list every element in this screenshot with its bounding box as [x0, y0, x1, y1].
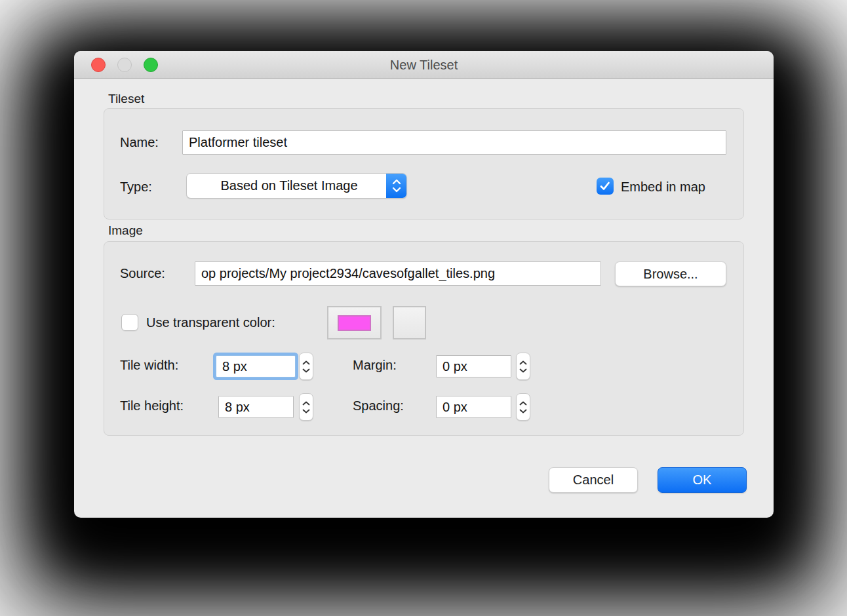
stepper-down-icon [302, 409, 310, 414]
tile-width-stepper[interactable] [299, 353, 313, 380]
close-button[interactable] [91, 58, 106, 72]
tile-height-label: Tile height: [120, 398, 184, 414]
tile-height-stepper[interactable] [299, 393, 313, 421]
stepper-up-icon [302, 360, 310, 365]
source-input[interactable] [195, 261, 601, 286]
tileset-section-label: Tileset [108, 92, 144, 106]
margin-stepper[interactable] [516, 353, 530, 380]
stepper-up-icon [519, 401, 527, 406]
screen: New Tileset Tileset Name: Type: Based on… [0, 0, 847, 616]
type-dropdown[interactable]: Based on Tileset Image [186, 173, 407, 199]
spacing-label: Spacing: [353, 398, 404, 414]
tileset-groupbox [104, 108, 744, 220]
new-tileset-dialog: New Tileset Tileset Name: Type: Based on… [74, 51, 774, 518]
tile-width-input[interactable] [216, 355, 296, 377]
stepper-down-icon [519, 409, 527, 414]
checkmark-icon [600, 182, 610, 191]
cancel-button[interactable]: Cancel [549, 467, 638, 493]
zoom-button[interactable] [144, 58, 158, 72]
source-label: Source: [120, 266, 165, 281]
titlebar[interactable]: New Tileset [74, 51, 774, 79]
embed-in-map-label: Embed in map [621, 180, 705, 195]
color-swatch [338, 315, 371, 331]
spacing-input[interactable] [436, 396, 511, 418]
name-input[interactable] [182, 130, 726, 155]
tile-width-label: Tile width: [120, 358, 178, 373]
use-transparent-color-checkbox[interactable] [121, 314, 138, 331]
type-label: Type: [120, 180, 152, 195]
traffic-lights [91, 58, 158, 72]
tile-height-input[interactable] [218, 396, 294, 418]
dropdown-arrows-icon [386, 174, 406, 198]
color-picker-button[interactable] [393, 306, 426, 339]
window-title: New Tileset [74, 51, 774, 79]
type-dropdown-value: Based on Tileset Image [187, 178, 386, 193]
image-section-label: Image [108, 223, 143, 238]
transparent-color-swatch-button[interactable] [327, 306, 382, 339]
margin-input[interactable] [436, 355, 511, 377]
embed-in-map-checkbox[interactable] [597, 178, 614, 195]
minimize-button[interactable] [117, 58, 132, 72]
use-transparent-color-label: Use transparent color: [146, 315, 275, 330]
ok-button[interactable]: OK [658, 467, 747, 493]
stepper-down-icon [302, 368, 310, 373]
name-label: Name: [120, 135, 159, 150]
stepper-down-icon [519, 368, 527, 373]
browse-button[interactable]: Browse... [615, 261, 726, 286]
spacing-stepper[interactable] [516, 393, 530, 421]
stepper-up-icon [302, 401, 310, 406]
margin-label: Margin: [353, 358, 397, 373]
stepper-up-icon [519, 360, 527, 365]
